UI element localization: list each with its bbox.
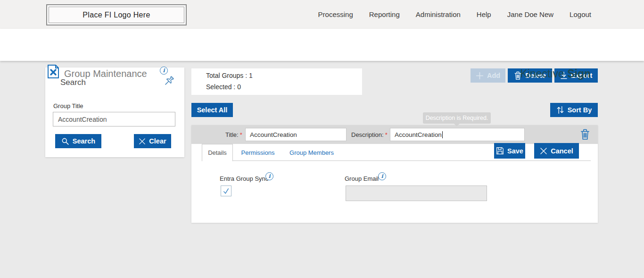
group-email-label: Group Email [345, 175, 379, 182]
clear-button[interactable]: Clear [134, 134, 171, 148]
floppy-disk-icon [496, 147, 504, 155]
description-field-label: Description:* [351, 131, 388, 138]
search-panel: Search Group Title Search Clear [45, 67, 184, 157]
add-button[interactable]: Add [471, 68, 505, 83]
text-caret [442, 131, 443, 138]
page-title: Group Maintenance [64, 68, 147, 79]
required-asterisk: * [240, 131, 242, 138]
tab-details[interactable]: Details [202, 144, 233, 161]
search-panel-title: Search [60, 78, 86, 87]
cancel-button[interactable]: Cancel [534, 143, 579, 159]
total-groups-count: Total Groups : 1 [206, 72, 253, 79]
nav-help[interactable]: Help [477, 10, 491, 18]
tab-group-members[interactable]: Group Members [286, 144, 338, 161]
title-field-label: Title:* [225, 131, 242, 138]
trash-icon [580, 128, 590, 141]
brand-logo: Kinective Sign [520, 67, 591, 80]
group-email-input [346, 185, 487, 201]
title-input[interactable]: AccountCreation [245, 128, 347, 141]
x-icon [139, 138, 146, 145]
search-button[interactable]: Search [55, 134, 101, 148]
sort-by-button[interactable]: Sort By [550, 103, 598, 117]
pin-icon[interactable] [163, 75, 175, 89]
required-asterisk: * [385, 131, 388, 138]
page-title-info-icon[interactable] [160, 67, 168, 75]
brand-bold: Sign [567, 67, 591, 80]
select-all-button[interactable]: Select All [191, 103, 233, 117]
checkmark-icon [222, 187, 230, 195]
nav-reporting[interactable]: Reporting [369, 10, 400, 18]
group-title-input[interactable] [53, 112, 175, 126]
nav-logout[interactable]: Logout [570, 10, 591, 18]
group-title-label: Group Title [53, 102, 83, 110]
tab-permissions[interactable]: Permissions [237, 144, 279, 161]
description-input[interactable]: AccountCreation [390, 128, 525, 141]
nav-administration[interactable]: Administration [416, 10, 461, 18]
top-navigation: Processing Reporting Administration Help… [318, 0, 591, 29]
nav-user-jane-doe-new[interactable]: Jane Doe New [507, 10, 553, 18]
page-header-bar: Group Maintenance Kinective Sign [0, 29, 644, 61]
group-email-info-icon[interactable] [378, 172, 386, 180]
fi-logo-placeholder: Place FI Logo Here [46, 4, 187, 25]
groups-summary: Total Groups : 1 Selected : 0 [191, 68, 362, 95]
plus-icon [476, 72, 484, 80]
group-row-header: Title:* AccountCreation Description:* Ac… [191, 125, 598, 144]
fi-logo-text: Place FI Logo Here [49, 7, 184, 23]
row-delete-icon[interactable] [580, 128, 590, 143]
save-button[interactable]: Save [494, 143, 525, 159]
entra-group-sync-info-icon[interactable] [265, 172, 273, 180]
tooltip-arrow [454, 123, 460, 126]
nav-processing[interactable]: Processing [318, 10, 353, 18]
validation-tooltip: Description is Required. [423, 112, 491, 124]
x-icon [540, 147, 547, 155]
selected-count: Selected : 0 [206, 83, 241, 91]
entra-group-sync-checkbox[interactable] [221, 185, 231, 196]
entra-group-sync-label: Entra Group Sync [220, 175, 268, 182]
group-row: Title:* AccountCreation Description:* Ac… [191, 125, 598, 223]
sort-arrows-icon [556, 106, 564, 114]
top-bar: Place FI Logo Here Processing Reporting … [0, 0, 644, 29]
search-icon [61, 137, 69, 145]
group-maintenance-icon [47, 65, 59, 81]
brand-normal: Kinective [520, 67, 567, 80]
